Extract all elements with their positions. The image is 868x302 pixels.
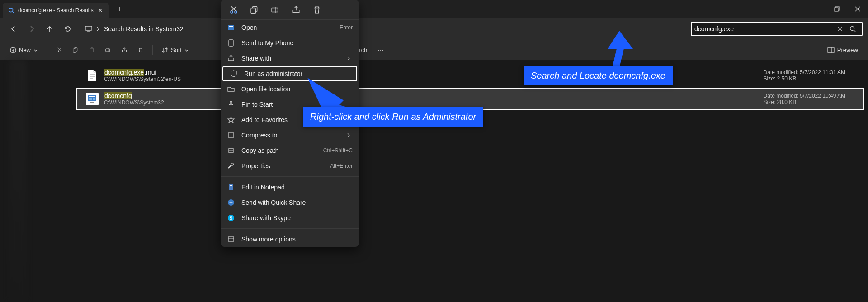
new-label: New <box>19 47 31 53</box>
content-area: dcomcnfg.exe.mui C:\WINDOWS\System32\en-… <box>0 60 868 302</box>
ctx-copy-path[interactable]: Copy as path Ctrl+Shift+C <box>221 143 359 158</box>
svg-line-16 <box>854 30 856 32</box>
results-list: dcomcnfg.exe.mui C:\WINDOWS\System32\en-… <box>72 60 868 302</box>
file-meta: Date modified: 5/7/2022 10:49 AM Size: 2… <box>764 93 845 105</box>
search-input[interactable] <box>694 25 834 33</box>
close-tab-icon[interactable] <box>97 7 104 14</box>
maximize-button[interactable] <box>826 0 847 18</box>
svg-rect-52 <box>229 26 233 27</box>
search-button[interactable] <box>846 23 859 35</box>
ctx-copy-button[interactable] <box>245 2 264 18</box>
ctx-cut-button[interactable] <box>224 2 243 18</box>
svg-rect-60 <box>230 185 232 186</box>
chevron-right-icon <box>344 54 353 62</box>
svg-point-30 <box>378 49 379 50</box>
result-row[interactable]: dcomcnfg.exe.mui C:\WINDOWS\System32\en-… <box>76 64 864 87</box>
up-button[interactable] <box>42 21 58 37</box>
ctx-share-button[interactable] <box>287 2 306 18</box>
svg-rect-33 <box>828 47 834 53</box>
app-icon <box>86 93 99 105</box>
svg-rect-61 <box>230 187 232 187</box>
svg-rect-49 <box>272 8 278 12</box>
ctx-open[interactable]: Open Enter <box>221 20 359 35</box>
svg-point-62 <box>228 199 234 206</box>
new-button[interactable]: New <box>5 43 42 57</box>
ctx-compress[interactable]: Compress to... <box>221 127 359 143</box>
svg-text:S: S <box>230 216 233 221</box>
delete-button[interactable] <box>133 43 148 57</box>
svg-rect-11 <box>85 26 92 30</box>
search-input-container <box>691 22 863 36</box>
wrench-icon <box>227 162 235 170</box>
svg-rect-65 <box>228 237 234 241</box>
svg-marker-67 <box>608 31 633 71</box>
svg-rect-8 <box>835 8 838 11</box>
new-tab-button[interactable] <box>113 2 127 16</box>
copy-button[interactable] <box>68 43 83 57</box>
chevron-right-icon <box>96 27 100 31</box>
cut-button[interactable] <box>52 43 66 57</box>
window-controls <box>806 0 868 18</box>
preview-button[interactable]: Preview <box>823 43 863 57</box>
chevron-right-icon <box>344 131 353 139</box>
paste-button[interactable] <box>85 43 99 57</box>
ctx-properties[interactable]: Properties Alt+Enter <box>221 158 359 174</box>
svg-rect-48 <box>251 8 255 13</box>
breadcrumb-text: Search Results in System32 <box>104 25 184 33</box>
svg-point-20 <box>57 51 58 52</box>
svg-point-0 <box>9 8 13 12</box>
annotation-arrow <box>597 31 633 71</box>
svg-point-21 <box>60 51 61 52</box>
svg-rect-42 <box>90 102 94 103</box>
more-button[interactable] <box>373 43 388 57</box>
svg-rect-51 <box>228 25 234 30</box>
forward-button[interactable] <box>24 21 40 37</box>
rename-button[interactable] <box>101 43 115 57</box>
ctx-rename-button[interactable] <box>266 2 285 18</box>
quickshare-icon <box>227 198 235 207</box>
ctx-more-options[interactable]: Show more options <box>221 231 359 247</box>
share-button[interactable] <box>117 43 132 57</box>
minimize-button[interactable] <box>806 0 826 18</box>
svg-rect-28 <box>106 49 110 52</box>
preview-label: Preview <box>837 47 858 53</box>
svg-point-32 <box>382 49 383 50</box>
svg-point-31 <box>380 49 381 50</box>
folder-icon <box>227 85 235 93</box>
tab-title: dcomcnfg.exe - Search Results <box>18 7 94 14</box>
back-button[interactable] <box>5 21 22 37</box>
ctx-share-with[interactable]: Share with <box>221 51 359 66</box>
file-icon <box>86 69 99 82</box>
share-icon <box>227 54 235 62</box>
svg-point-54 <box>231 45 231 46</box>
star-icon <box>227 116 235 124</box>
ctx-edit-notepad[interactable]: Edit in Notepad <box>221 179 359 195</box>
file-path: C:\WINDOWS\System32 <box>104 99 164 106</box>
search-icon <box>8 7 14 14</box>
file-name: dcomcnfg.exe.mui <box>104 69 181 76</box>
annotation-runadmin: Right-click and click Run as Administrat… <box>303 107 483 127</box>
ctx-quick-share[interactable]: Send with Quick Share <box>221 195 359 210</box>
skype-icon: S <box>227 214 235 222</box>
refresh-button[interactable] <box>60 21 76 37</box>
address-bar: Search Results in System32 <box>0 18 868 40</box>
chevron-down-icon <box>184 48 189 52</box>
file-meta: Date modified: 5/7/2022 11:31 AM Size: 2… <box>764 69 845 82</box>
window-icon <box>227 235 235 243</box>
clear-search-button[interactable] <box>834 23 846 35</box>
close-window-button[interactable] <box>847 0 868 18</box>
spellcheck-underline <box>695 33 735 33</box>
pin-icon <box>227 100 235 109</box>
ctx-delete-button[interactable] <box>307 2 326 18</box>
svg-line-23 <box>57 47 61 51</box>
open-icon <box>227 24 235 32</box>
ctx-skype[interactable]: S Share with Skype <box>221 210 359 226</box>
annotation-search: Search and Locate dcomcnfg.exe <box>524 66 673 85</box>
context-menu-toolbar <box>221 0 359 20</box>
svg-point-44 <box>235 11 237 13</box>
tab-search-results[interactable]: dcomcnfg.exe - Search Results <box>3 3 109 18</box>
svg-rect-25 <box>73 49 76 52</box>
sort-button[interactable]: Sort <box>157 43 193 57</box>
svg-rect-39 <box>89 96 95 97</box>
ctx-send-phone[interactable]: Send to My Phone <box>221 35 359 51</box>
